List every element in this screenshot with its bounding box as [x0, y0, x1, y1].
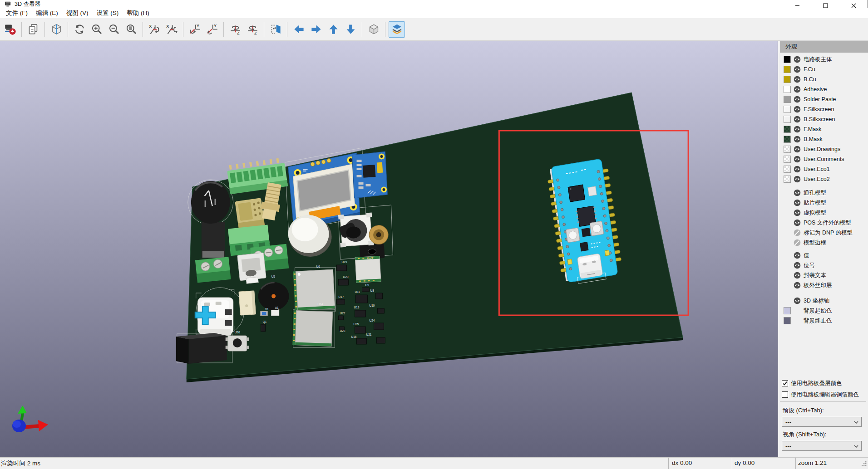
color-swatch[interactable]: [784, 66, 791, 73]
appearance-row: Adhesive: [784, 84, 868, 94]
visibility-eye-icon[interactable]: [794, 262, 801, 269]
appearance-row: 通孔模型: [784, 188, 868, 198]
visibility-eye-icon[interactable]: [794, 76, 801, 83]
visibility-eye-icon[interactable]: [794, 56, 801, 63]
panel-title: 外观: [780, 41, 868, 53]
menu-item-1[interactable]: 编辑 (E): [32, 8, 62, 18]
pan-right-button[interactable]: [308, 21, 324, 38]
maximize-button[interactable]: [811, 0, 839, 8]
row-label: 3D 坐标轴: [804, 297, 829, 305]
color-swatch[interactable]: [784, 106, 791, 113]
board-ref-label: U19: [342, 260, 347, 264]
pan-up-button[interactable]: [325, 21, 341, 38]
preset-label: 预设 (Ctrl+Tab):: [783, 406, 824, 415]
visibility-eye-icon[interactable]: [794, 166, 801, 173]
redraw-button[interactable]: [71, 21, 88, 38]
appearance-row: 值: [784, 250, 868, 260]
board-ref-label: U10: [370, 304, 375, 307]
svg-text:Z: Z: [254, 31, 256, 35]
color-swatch[interactable]: [784, 146, 791, 153]
appearance-row: F.Silkscreen: [784, 104, 868, 114]
visibility-eye-icon[interactable]: [794, 282, 801, 289]
eye-placeholder: [794, 307, 801, 314]
visibility-eye-icon[interactable]: [794, 96, 801, 103]
close-button[interactable]: [839, 0, 868, 8]
copy-image-button[interactable]: [25, 21, 41, 38]
toolbar-separator: [143, 22, 143, 37]
visibility-eye-icon[interactable]: [794, 199, 801, 206]
visibility-eye-icon[interactable]: [794, 272, 801, 279]
color-swatch[interactable]: [784, 156, 791, 163]
appearance-layers-button[interactable]: [389, 21, 405, 38]
menu-item-4[interactable]: 帮助 (H): [123, 8, 153, 18]
color-swatch[interactable]: [784, 76, 791, 83]
color-swatch[interactable]: [784, 176, 791, 183]
visibility-eye-off-icon[interactable]: [794, 229, 801, 236]
toolbar-separator: [68, 22, 68, 37]
minimize-button[interactable]: [783, 0, 811, 8]
viewport-select[interactable]: ---: [782, 441, 862, 451]
row-label: B.Silkscreen: [804, 116, 835, 122]
menu-item-0[interactable]: 文件 (F): [2, 8, 32, 18]
zoom-fit-button[interactable]: [123, 21, 139, 38]
rotate-x-cw-button[interactable]: X: [146, 21, 163, 38]
resize-grip[interactable]: [861, 461, 867, 468]
visibility-eye-icon[interactable]: [794, 146, 801, 153]
board-ref-label: U25: [354, 322, 359, 326]
color-swatch[interactable]: [784, 86, 791, 93]
pan-left-button[interactable]: [291, 21, 307, 38]
board-ref-label: U11: [355, 290, 360, 293]
visibility-eye-icon[interactable]: [794, 209, 801, 216]
checkbox-label: 使用电路板编辑器铜箔颜色: [791, 391, 859, 399]
color-swatch[interactable]: [784, 307, 791, 314]
usb-connector: [176, 333, 227, 364]
visibility-eye-icon[interactable]: [794, 297, 801, 304]
preset-select[interactable]: ---: [782, 417, 862, 427]
board-ref-label: U6: [316, 265, 321, 268]
render-options-button[interactable]: [48, 21, 64, 38]
visibility-eye-icon[interactable]: [794, 219, 801, 226]
color-swatch[interactable]: [784, 56, 791, 63]
visibility-eye-icon[interactable]: [794, 116, 801, 123]
menu-item-3[interactable]: 设置 (S): [93, 8, 123, 18]
rotate-z-ccw-button[interactable]: Z: [244, 21, 261, 38]
visibility-eye-icon[interactable]: [794, 86, 801, 93]
board-ref-label: A1: [275, 306, 279, 309]
toolbar-separator: [264, 22, 264, 37]
visibility-eye-icon[interactable]: [794, 252, 801, 259]
visibility-eye-icon[interactable]: [794, 189, 801, 196]
rotate-x-ccw-button[interactable]: X: [163, 21, 180, 38]
color-swatch[interactable]: [784, 96, 791, 103]
visibility-eye-icon[interactable]: [794, 176, 801, 183]
swatch-placeholder: [784, 282, 791, 289]
checkbox-0[interactable]: [782, 380, 788, 386]
row-label: 背景起始色: [804, 307, 832, 315]
svg-text:X: X: [166, 24, 169, 29]
menu-item-2[interactable]: 视图 (V): [62, 8, 93, 18]
visibility-eye-icon[interactable]: [794, 126, 801, 133]
color-swatch[interactable]: [784, 166, 791, 173]
row-label: 通孔模型: [804, 189, 826, 197]
rotate-y-ccw-button[interactable]: Y: [204, 21, 220, 38]
row-label: POS 文件外的模型: [804, 219, 851, 227]
color-swatch[interactable]: [784, 116, 791, 123]
checkbox-1[interactable]: [782, 391, 788, 398]
eye-placeholder: [794, 317, 801, 324]
color-swatch[interactable]: [784, 126, 791, 133]
orthographic-view-button[interactable]: [365, 21, 382, 38]
pan-down-button[interactable]: [342, 21, 359, 38]
flip-board-button[interactable]: [267, 21, 284, 38]
rotate-y-cw-button[interactable]: Y: [187, 21, 203, 38]
visibility-eye-off-icon[interactable]: [794, 239, 801, 246]
color-swatch[interactable]: [784, 317, 791, 324]
zoom-in-button[interactable]: [89, 21, 105, 38]
rotate-z-cw-button[interactable]: Z: [227, 21, 243, 38]
reload-board-button[interactable]: [2, 21, 18, 38]
visibility-eye-icon[interactable]: [794, 156, 801, 163]
visibility-eye-icon[interactable]: [794, 66, 801, 73]
color-swatch[interactable]: [784, 136, 791, 143]
3d-viewport[interactable]: U5U6U14U19U20U12U9U11U8U17U13U10U22U25U2…: [0, 41, 778, 457]
visibility-eye-icon[interactable]: [794, 106, 801, 113]
zoom-out-button[interactable]: [106, 21, 122, 38]
visibility-eye-icon[interactable]: [794, 136, 801, 143]
